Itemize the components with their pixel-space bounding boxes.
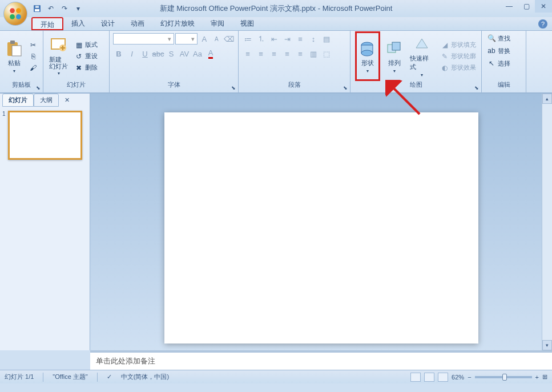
arrange-icon (385, 39, 404, 58)
slide-canvas[interactable] (164, 112, 478, 343)
copy-button[interactable]: ⎘ (27, 51, 39, 62)
grow-font-icon[interactable]: A (199, 33, 209, 45)
group-clipboard: 粘贴 ▾ ✂ ⎘ 🖌 剪贴板 ⬊ (0, 31, 43, 92)
tab-review[interactable]: 审阅 (203, 17, 232, 30)
align-right-button[interactable]: ≡ (268, 48, 280, 59)
convert-smartart-button[interactable]: ⬚ (321, 48, 332, 59)
normal-view-button[interactable] (410, 373, 421, 382)
tab-home[interactable]: 开始 (31, 17, 63, 30)
svg-rect-8 (10, 41, 15, 44)
shape-effects-button[interactable]: ◐形状效果 (438, 63, 478, 73)
slideshow-view-button[interactable] (438, 373, 448, 382)
paste-button[interactable]: 粘贴 ▾ (3, 33, 25, 79)
qat-dropdown-icon[interactable]: ▾ (72, 3, 84, 14)
underline-button[interactable]: U (139, 48, 151, 59)
help-icon[interactable]: ? (538, 19, 547, 29)
status-slide-count: 幻灯片 1/1 (5, 373, 34, 381)
shape-fill-button[interactable]: ◢形状填充 (438, 40, 478, 50)
shrink-font-icon[interactable]: A (211, 33, 222, 45)
fit-window-icon[interactable]: ⊞ (542, 373, 547, 381)
italic-button[interactable]: I (126, 48, 138, 59)
ribbon-tabs: 开始 插入 设计 动画 幻灯片放映 审阅 视图 ? (0, 17, 552, 31)
char-spacing-button[interactable]: AV (179, 48, 190, 59)
shape-outline-button[interactable]: ✎形状轮廓 (438, 51, 478, 62)
redo-icon[interactable]: ↷ (59, 3, 70, 14)
justify-button[interactable]: ≡ (281, 48, 293, 59)
strikethrough-button[interactable]: abc (152, 48, 164, 59)
tab-insert[interactable]: 插入 (63, 17, 93, 30)
font-size-combo[interactable]: ▾ (175, 33, 198, 45)
align-center-button[interactable]: ≡ (255, 48, 267, 59)
arrange-button[interactable]: 排列 ▾ (384, 33, 405, 79)
numbering-button[interactable]: ⒈ (255, 33, 267, 45)
zoom-slider[interactable] (475, 376, 532, 378)
bullets-button[interactable]: ≔ (242, 33, 253, 45)
maximize-button[interactable]: ▢ (518, 0, 535, 13)
fill-icon: ◢ (440, 41, 449, 50)
group-slides: 新建 幻灯片 ▾ ▦版式 ↺重设 ✖删除 幻灯片 (43, 31, 110, 92)
font-color-button[interactable]: A (205, 48, 216, 59)
clear-format-icon[interactable]: ⌫ (223, 33, 235, 45)
chevron-down-icon: ▾ (13, 68, 15, 74)
select-icon: ↖ (487, 59, 496, 68)
tab-animations[interactable]: 动画 (123, 17, 152, 30)
undo-icon[interactable]: ↶ (45, 3, 57, 14)
chevron-down-icon: ▾ (421, 72, 423, 78)
distribute-button[interactable]: ≡ (295, 48, 306, 59)
vertical-scrollbar[interactable]: ▴ ▾ (542, 94, 552, 350)
tab-view[interactable]: 视图 (232, 17, 262, 30)
font-family-combo[interactable]: ▾ (113, 33, 174, 45)
zoom-in-icon[interactable]: + (535, 374, 539, 381)
scroll-down-icon[interactable]: ▾ (542, 340, 552, 350)
change-case-button[interactable]: Aa (192, 48, 203, 59)
text-direction-button[interactable]: ↕ (308, 33, 319, 45)
drawing-expand-icon[interactable]: ⬊ (473, 84, 480, 91)
find-button[interactable]: 🔍查找 (485, 33, 512, 43)
new-slide-button[interactable]: 新建 幻灯片 ▾ (47, 33, 70, 79)
slide-thumbnail[interactable]: 1 (2, 111, 87, 160)
line-spacing-button[interactable]: ≡ (295, 33, 306, 45)
decrease-indent-button[interactable]: ⇤ (268, 33, 280, 45)
panel-tab-outline[interactable]: 大纲 (34, 94, 59, 107)
clipboard-expand-icon[interactable]: ⬊ (35, 84, 42, 91)
notes-pane[interactable]: 单击此处添加备注 (90, 350, 552, 370)
panel-close-icon[interactable]: ✕ (62, 95, 71, 104)
zoom-out-icon[interactable]: − (468, 374, 471, 381)
shapes-button[interactable]: 形状 ▾ (355, 31, 380, 81)
spellcheck-icon[interactable]: ✓ (107, 373, 112, 381)
slide-editor: ▴ ▾ (90, 94, 552, 350)
shadow-button[interactable]: S (166, 48, 177, 59)
svg-rect-16 (392, 42, 400, 50)
bold-button[interactable]: B (113, 48, 124, 59)
status-language[interactable]: 中文(简体，中国) (121, 373, 169, 381)
select-button[interactable]: ↖选择 (485, 58, 512, 68)
close-button[interactable]: ✕ (535, 0, 552, 13)
layout-button[interactable]: ▦版式 (72, 40, 99, 50)
tab-slideshow[interactable]: 幻灯片放映 (152, 17, 203, 30)
columns-button[interactable]: ▥ (308, 48, 319, 59)
save-icon[interactable] (31, 3, 43, 14)
office-button[interactable] (3, 2, 27, 26)
status-theme: "Office 主题" (53, 373, 87, 381)
panel-tab-slides[interactable]: 幻灯片 (2, 94, 34, 107)
cut-button[interactable]: ✂ (27, 40, 39, 50)
svg-point-2 (10, 14, 15, 19)
reset-icon: ↺ (74, 52, 83, 61)
format-painter-button[interactable]: 🖌 (27, 63, 39, 73)
align-text-button[interactable]: ▤ (321, 33, 332, 45)
scroll-up-icon[interactable]: ▴ (542, 94, 552, 104)
minimize-button[interactable]: — (501, 0, 518, 13)
separator (97, 373, 98, 382)
quick-styles-button[interactable]: 快速样式 ▾ (408, 33, 436, 79)
reset-button[interactable]: ↺重设 (72, 51, 99, 62)
zoom-thumb[interactable] (502, 374, 507, 381)
sorter-view-button[interactable] (424, 373, 434, 382)
paragraph-expand-icon[interactable]: ⬊ (342, 84, 349, 91)
align-left-button[interactable]: ≡ (242, 48, 253, 59)
font-expand-icon[interactable]: ⬊ (230, 84, 237, 91)
tab-design[interactable]: 设计 (93, 17, 123, 30)
delete-button[interactable]: ✖删除 (72, 63, 99, 73)
replace-button[interactable]: ab替换 (485, 46, 512, 56)
find-icon: 🔍 (487, 34, 496, 43)
increase-indent-button[interactable]: ⇥ (281, 33, 293, 45)
